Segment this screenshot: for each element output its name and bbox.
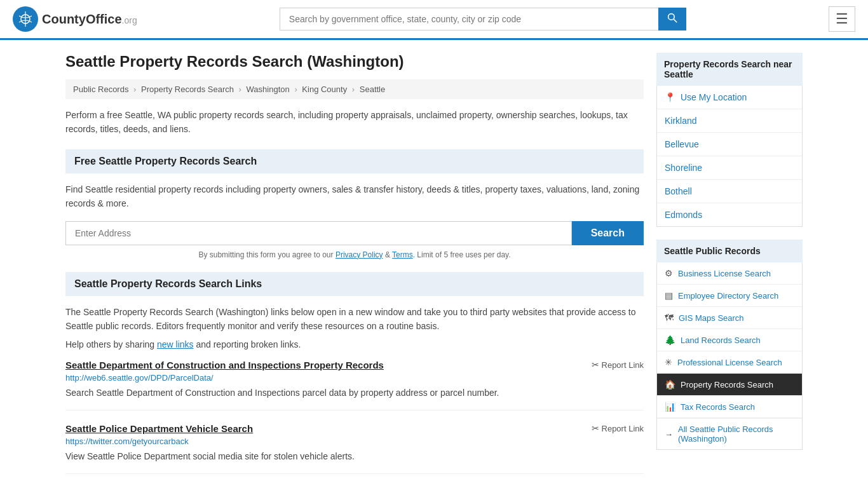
- nearby-kirkland[interactable]: Kirkland: [657, 109, 802, 133]
- sidebar-property-records[interactable]: 🏠 Property Records Search: [657, 374, 802, 396]
- hamburger-menu[interactable]: ☰: [829, 6, 855, 32]
- public-records-title: Seattle Public Records: [656, 240, 803, 262]
- header-search-input[interactable]: [280, 8, 658, 30]
- sidebar: Property Records Search near Seattle 📍 U…: [656, 53, 803, 487]
- report-link-2[interactable]: ✂ Report Link: [592, 423, 644, 433]
- free-search-heading: Free Seattle Property Records Search: [65, 149, 644, 173]
- nearby-edmonds[interactable]: Edmonds: [657, 203, 802, 226]
- property-icon: 🏠: [665, 379, 675, 390]
- new-links-link[interactable]: new links: [157, 339, 194, 349]
- header-search[interactable]: [280, 8, 686, 30]
- address-search-row: Search: [65, 221, 644, 245]
- page-title: Seattle Property Records Search (Washing…: [65, 53, 644, 71]
- record-link-item-2: Seattle Police Department Vehicle Search…: [65, 423, 644, 474]
- public-records-section: Seattle Public Records ⚙ Business Licens…: [656, 240, 803, 450]
- header: CountyOffice.org ☰: [0, 0, 868, 40]
- breadcrumb-king-county[interactable]: King County: [302, 85, 347, 94]
- links-section-heading: Seattle Property Records Search Links: [65, 272, 644, 296]
- record-desc-2: View Seattle Police Department social me…: [65, 450, 644, 463]
- privacy-policy-link[interactable]: Privacy Policy: [336, 250, 383, 259]
- breadcrumb: Public Records › Property Records Search…: [65, 79, 644, 99]
- breadcrumb-seattle[interactable]: Seattle: [360, 85, 385, 94]
- svg-point-3: [668, 14, 674, 20]
- logo[interactable]: CountyOffice.org: [13, 6, 137, 32]
- record-link-title-row-2: Seattle Police Department Vehicle Search…: [65, 423, 644, 434]
- sidebar-tax-records[interactable]: 📊 Tax Records Search: [657, 396, 802, 418]
- nearby-section: Property Records Search near Seattle 📍 U…: [656, 53, 803, 227]
- links-description: The Seattle Property Records Search (Was…: [65, 305, 644, 334]
- logo-org: .org: [122, 15, 137, 25]
- main-container: Seattle Property Records Search (Washing…: [53, 40, 815, 488]
- professional-icon: ✳: [665, 357, 672, 367]
- record-url-2[interactable]: https://twitter.com/getyourcarback: [65, 437, 644, 446]
- record-url-1[interactable]: http://web6.seattle.gov/DPD/ParcelData/: [65, 373, 644, 383]
- logo-icon: [13, 6, 38, 32]
- nearby-bellevue[interactable]: Bellevue: [657, 133, 802, 156]
- business-icon: ⚙: [665, 268, 673, 278]
- content-area: Seattle Property Records Search (Washing…: [65, 53, 644, 487]
- svg-line-4: [674, 19, 677, 22]
- employee-icon: ▤: [665, 290, 673, 301]
- record-link-title-1[interactable]: Seattle Department of Construction and I…: [65, 360, 384, 370]
- breadcrumb-public-records[interactable]: Public Records: [73, 85, 128, 94]
- gis-icon: 🗺: [665, 313, 674, 323]
- form-disclaimer: By submitting this form you agree to our…: [65, 250, 644, 259]
- address-input[interactable]: [65, 221, 572, 245]
- use-location-link[interactable]: Use My Location: [681, 92, 747, 102]
- nearby-list: 📍 Use My Location Kirkland Bellevue Shor…: [656, 86, 803, 227]
- report-icon-2: ✂: [592, 423, 599, 433]
- nearby-shoreline[interactable]: Shoreline: [657, 156, 802, 180]
- land-icon: 🌲: [665, 335, 675, 345]
- report-icon-1: ✂: [592, 360, 599, 370]
- use-my-location[interactable]: 📍 Use My Location: [657, 86, 802, 109]
- sidebar-land-records[interactable]: 🌲 Land Records Search: [657, 329, 802, 351]
- page-description: Perform a free Seattle, WA public proper…: [65, 108, 644, 137]
- free-search-description: Find Seattle residential property record…: [65, 182, 644, 211]
- location-icon: 📍: [665, 92, 675, 102]
- tax-icon: 📊: [665, 402, 675, 412]
- report-link-1[interactable]: ✂ Report Link: [592, 360, 644, 370]
- share-text: Help others by sharing new links and rep…: [65, 339, 644, 349]
- header-search-button[interactable]: [658, 8, 686, 30]
- sidebar-employee-directory[interactable]: ▤ Employee Directory Search: [657, 285, 802, 307]
- record-desc-1: Search Seattle Department of Constructio…: [65, 386, 644, 400]
- search-button[interactable]: Search: [572, 221, 644, 245]
- sidebar-gis-maps[interactable]: 🗺 GIS Maps Search: [657, 307, 802, 329]
- arrow-icon: →: [665, 430, 673, 439]
- breadcrumb-washington[interactable]: Washington: [247, 85, 290, 94]
- record-link-item: Seattle Department of Construction and I…: [65, 360, 644, 410]
- record-link-title-2[interactable]: Seattle Police Department Vehicle Search: [65, 423, 253, 434]
- nearby-title: Property Records Search near Seattle: [656, 53, 803, 86]
- breadcrumb-property-records[interactable]: Property Records Search: [141, 85, 234, 94]
- nearby-bothell[interactable]: Bothell: [657, 180, 802, 203]
- terms-link[interactable]: Terms: [392, 250, 413, 259]
- sidebar-business-license[interactable]: ⚙ Business License Search: [657, 262, 802, 285]
- all-records-link[interactable]: → All Seattle Public Records (Washington…: [657, 418, 802, 449]
- sidebar-professional-license[interactable]: ✳ Professional License Search: [657, 351, 802, 374]
- record-link-title-row: Seattle Department of Construction and I…: [65, 360, 644, 370]
- logo-text: CountyOffice: [42, 12, 122, 26]
- public-records-list: ⚙ Business License Search ▤ Employee Dir…: [656, 262, 803, 450]
